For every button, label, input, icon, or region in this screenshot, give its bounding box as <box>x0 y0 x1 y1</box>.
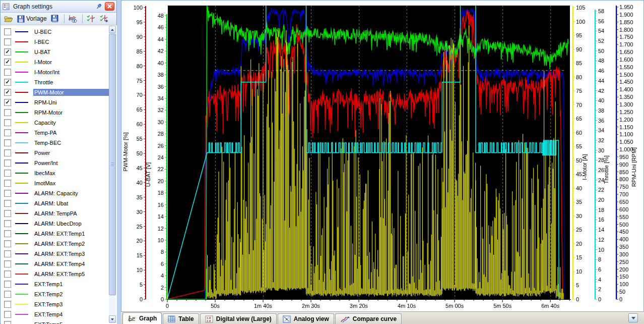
curve-checkbox[interactable] <box>4 311 11 318</box>
curve-checkbox[interactable] <box>4 180 11 187</box>
curve-label[interactable]: Temp-PA <box>33 129 109 136</box>
curve-label[interactable]: EXT:Temp3 <box>33 301 109 308</box>
curve-checkbox[interactable]: ✓ <box>4 59 11 66</box>
show-hide-curves-button[interactable] <box>67 14 79 23</box>
curve-row-alarm-ext-temp1[interactable]: ALARM: EXT:Temp1 <box>1 229 117 239</box>
curve-checkbox[interactable] <box>4 190 11 197</box>
save-as-button[interactable] <box>49 14 61 23</box>
curve-row-pwm-motor[interactable]: ✓PWM-Motor <box>1 87 117 97</box>
curve-row-alarm-ext-temp4[interactable]: ALARM: EXT:Temp4 <box>1 259 117 269</box>
tab-digital-view-large-[interactable]: 1.82.8Digital view (Large) <box>200 313 277 324</box>
curve-label[interactable]: ALARM: EXT:Temp4 <box>33 260 109 267</box>
curve-row-capacity[interactable]: Capacity <box>1 118 117 128</box>
curve-row-alarm-capacity[interactable]: ALARM: Capacity <box>1 188 117 198</box>
curve-row-alarm-ext-temp5[interactable]: ALARM: EXT:Temp5 <box>1 269 117 279</box>
curve-label[interactable]: ALARM: TempPA <box>33 210 109 217</box>
curve-checkbox[interactable] <box>4 271 11 278</box>
curve-label[interactable]: ImotMax <box>33 180 109 187</box>
curve-checkbox[interactable] <box>4 129 11 136</box>
curve-row-power-int[interactable]: Power/Int <box>1 158 117 168</box>
curve-checkbox[interactable] <box>4 210 11 217</box>
curve-label[interactable]: EXT:Temp1 <box>33 281 109 288</box>
curve-checkbox[interactable] <box>4 170 11 177</box>
scrollbar-thumb[interactable] <box>109 34 116 295</box>
curve-checkbox[interactable] <box>4 38 11 45</box>
save-template-button[interactable]: Vorlage <box>16 15 48 23</box>
scrollbar-down-icon[interactable] <box>109 315 116 323</box>
curve-label[interactable]: PWM-Motor <box>33 89 109 96</box>
tab-graph[interactable]: Graph <box>122 312 162 324</box>
curve-label[interactable]: ALARM: Capacity <box>33 190 109 197</box>
curve-label[interactable]: Power <box>33 149 109 156</box>
curve-row-ext-temp3[interactable]: EXT:Temp3 <box>1 299 117 309</box>
curve-checkbox[interactable] <box>4 301 11 308</box>
curve-label[interactable]: EXT:Temp4 <box>33 311 109 318</box>
curve-checkbox[interactable]: ✓ <box>4 99 11 106</box>
curve-row-temp-bec[interactable]: Temp-BEC <box>1 138 117 148</box>
curve-row-alarm-ubat[interactable]: ALARM: Ubat <box>1 198 117 208</box>
curve-label[interactable]: ALARM: UbecDrop <box>33 220 109 227</box>
curve-checkbox[interactable] <box>4 260 11 267</box>
pin-icon[interactable] <box>94 3 103 11</box>
curve-row-u-bec[interactable]: U-BEC <box>1 27 117 37</box>
curve-label[interactable]: I-BEC <box>33 38 109 45</box>
curve-label[interactable]: Power/Int <box>33 159 109 167</box>
curve-label[interactable]: Temp-BEC <box>33 139 109 146</box>
curve-label[interactable]: ALARM: EXT:Temp1 <box>33 230 109 237</box>
curve-label[interactable]: ALARM: EXT:Temp2 <box>33 240 109 247</box>
curve-label[interactable]: I-Motor/Int <box>33 69 109 76</box>
curve-checkbox[interactable] <box>4 119 11 126</box>
curve-label[interactable]: RPM-Motor <box>33 109 109 116</box>
curve-checkbox[interactable] <box>4 250 11 257</box>
curve-row-throttle[interactable]: ✓Throttle <box>1 77 117 87</box>
curve-checkbox[interactable] <box>4 149 11 156</box>
curve-label[interactable]: U-BAT <box>33 48 109 56</box>
curve-checkbox[interactable]: ✓ <box>4 89 11 96</box>
curve-check-button[interactable] <box>85 14 97 23</box>
tab-compare-curve[interactable]: Compare curve <box>335 313 402 324</box>
curve-row-rpm-motor[interactable]: RPM-Motor <box>1 107 117 118</box>
curve-checkbox[interactable] <box>4 69 11 76</box>
curve-row-imotmax[interactable]: ImotMax <box>1 178 117 188</box>
curve-row-alarm-ext-temp3[interactable]: ALARM: EXT:Temp3 <box>1 249 117 259</box>
curve-checkbox[interactable] <box>4 28 11 35</box>
curve-checkbox[interactable] <box>4 109 11 116</box>
curve-label[interactable]: EXT:Temp5 <box>33 321 109 324</box>
curve-checkbox[interactable] <box>4 139 11 146</box>
curve-label[interactable]: ALARM: EXT:Temp3 <box>33 250 109 257</box>
curve-checkbox[interactable] <box>4 291 11 298</box>
curve-row-temp-pa[interactable]: Temp-PA <box>1 128 117 138</box>
curve-row-alarm-ext-temp2[interactable]: ALARM: EXT:Temp2 <box>1 239 117 249</box>
curve-row-i-bec[interactable]: I-BEC <box>1 37 117 47</box>
curve-checkbox[interactable]: ✓ <box>4 48 11 56</box>
tab-analog-view[interactable]: Analog view <box>278 313 334 324</box>
open-template-button[interactable] <box>3 15 15 23</box>
curve-label[interactable]: ALARM: EXT:Temp5 <box>33 271 109 278</box>
curve-row-ext-temp5[interactable]: EXT:Temp5 <box>1 319 117 324</box>
tab-table[interactable]: Table <box>163 313 199 324</box>
curve-row-ext-temp4[interactable]: EXT:Temp4 <box>1 309 117 319</box>
curve-checkbox[interactable] <box>4 281 11 288</box>
curve-row-i-motor[interactable]: ✓I-Motor <box>1 57 117 67</box>
curve-label[interactable]: IbecMax <box>33 170 109 177</box>
curve-row-i-motor-int[interactable]: I-Motor/Int <box>1 67 117 77</box>
curve-label[interactable]: RPM-Uni <box>33 99 109 106</box>
curve-label[interactable]: Capacity <box>33 119 109 126</box>
curve-checkbox[interactable] <box>4 230 11 237</box>
curve-checkbox[interactable]: ✓ <box>4 79 11 86</box>
curve-row-rpm-uni[interactable]: ✓RPM-Uni <box>1 97 117 107</box>
curve-row-alarm-ubecdrop[interactable]: ALARM: UbecDrop <box>1 219 117 229</box>
curve-label[interactable]: I-Motor <box>33 59 109 66</box>
curve-label[interactable]: U-BEC <box>33 28 109 35</box>
curve-checkbox[interactable] <box>4 321 11 324</box>
curve-checkbox[interactable] <box>4 200 11 207</box>
sidebar-scrollbar[interactable] <box>109 26 116 323</box>
close-icon[interactable] <box>105 2 114 11</box>
curve-row-power[interactable]: Power <box>1 148 117 158</box>
tabbar-chevron-down-icon[interactable] <box>628 313 638 322</box>
scrollbar-up-icon[interactable] <box>109 26 116 33</box>
curve-row-ext-temp2[interactable]: EXT:Temp2 <box>1 289 117 299</box>
curve-checkbox[interactable] <box>4 159 11 167</box>
curve-row-u-bat[interactable]: ✓U-BAT <box>1 47 117 57</box>
curve-row-ibecmax[interactable]: IbecMax <box>1 168 117 178</box>
